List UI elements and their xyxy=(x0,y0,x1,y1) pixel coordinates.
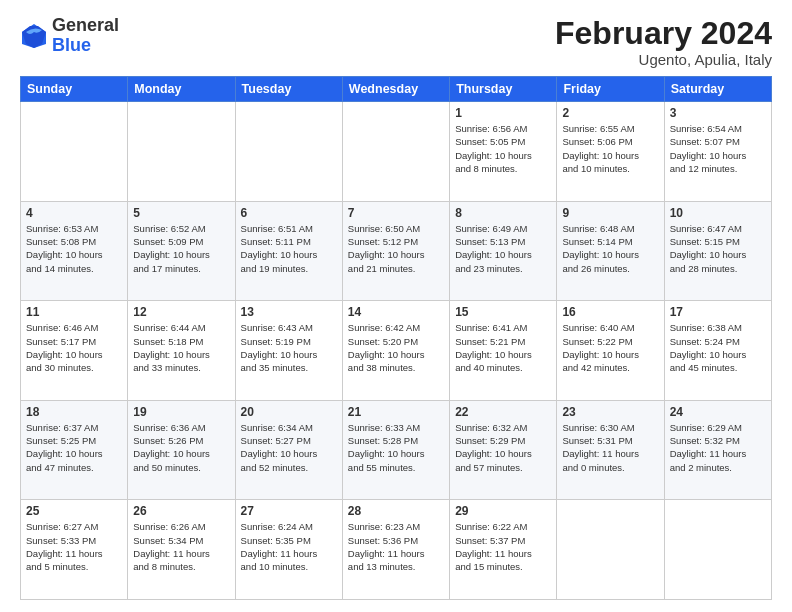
day-number: 5 xyxy=(133,206,229,220)
calendar-cell: 18Sunrise: 6:37 AM Sunset: 5:25 PM Dayli… xyxy=(21,400,128,500)
cell-content: Sunrise: 6:32 AM Sunset: 5:29 PM Dayligh… xyxy=(455,421,551,474)
calendar-week-row: 4Sunrise: 6:53 AM Sunset: 5:08 PM Daylig… xyxy=(21,201,772,301)
calendar-cell: 2Sunrise: 6:55 AM Sunset: 5:06 PM Daylig… xyxy=(557,102,664,202)
calendar-cell: 10Sunrise: 6:47 AM Sunset: 5:15 PM Dayli… xyxy=(664,201,771,301)
calendar-week-row: 11Sunrise: 6:46 AM Sunset: 5:17 PM Dayli… xyxy=(21,301,772,401)
logo-icon xyxy=(20,22,48,50)
day-number: 16 xyxy=(562,305,658,319)
day-number: 4 xyxy=(26,206,122,220)
cell-content: Sunrise: 6:30 AM Sunset: 5:31 PM Dayligh… xyxy=(562,421,658,474)
calendar-cell xyxy=(557,500,664,600)
day-number: 18 xyxy=(26,405,122,419)
day-number: 15 xyxy=(455,305,551,319)
calendar-cell: 27Sunrise: 6:24 AM Sunset: 5:35 PM Dayli… xyxy=(235,500,342,600)
cell-content: Sunrise: 6:43 AM Sunset: 5:19 PM Dayligh… xyxy=(241,321,337,374)
day-number: 9 xyxy=(562,206,658,220)
cell-content: Sunrise: 6:44 AM Sunset: 5:18 PM Dayligh… xyxy=(133,321,229,374)
cell-content: Sunrise: 6:48 AM Sunset: 5:14 PM Dayligh… xyxy=(562,222,658,275)
calendar-cell: 1Sunrise: 6:56 AM Sunset: 5:05 PM Daylig… xyxy=(450,102,557,202)
calendar-cell xyxy=(128,102,235,202)
day-number: 12 xyxy=(133,305,229,319)
calendar-cell: 16Sunrise: 6:40 AM Sunset: 5:22 PM Dayli… xyxy=(557,301,664,401)
calendar-cell: 15Sunrise: 6:41 AM Sunset: 5:21 PM Dayli… xyxy=(450,301,557,401)
cell-content: Sunrise: 6:38 AM Sunset: 5:24 PM Dayligh… xyxy=(670,321,766,374)
logo-text: GeneralBlue xyxy=(52,16,119,56)
cell-content: Sunrise: 6:23 AM Sunset: 5:36 PM Dayligh… xyxy=(348,520,444,573)
day-number: 6 xyxy=(241,206,337,220)
logo-blue: Blue xyxy=(52,35,91,55)
calendar-cell: 14Sunrise: 6:42 AM Sunset: 5:20 PM Dayli… xyxy=(342,301,449,401)
day-number: 25 xyxy=(26,504,122,518)
logo-general: General xyxy=(52,15,119,35)
calendar-header-row: SundayMondayTuesdayWednesdayThursdayFrid… xyxy=(21,77,772,102)
main-title: February 2024 xyxy=(555,16,772,51)
day-number: 24 xyxy=(670,405,766,419)
calendar-cell: 20Sunrise: 6:34 AM Sunset: 5:27 PM Dayli… xyxy=(235,400,342,500)
calendar-cell: 23Sunrise: 6:30 AM Sunset: 5:31 PM Dayli… xyxy=(557,400,664,500)
day-number: 21 xyxy=(348,405,444,419)
cell-content: Sunrise: 6:42 AM Sunset: 5:20 PM Dayligh… xyxy=(348,321,444,374)
calendar-week-row: 25Sunrise: 6:27 AM Sunset: 5:33 PM Dayli… xyxy=(21,500,772,600)
calendar-table: SundayMondayTuesdayWednesdayThursdayFrid… xyxy=(20,76,772,600)
calendar-cell xyxy=(342,102,449,202)
cell-content: Sunrise: 6:46 AM Sunset: 5:17 PM Dayligh… xyxy=(26,321,122,374)
calendar-cell: 11Sunrise: 6:46 AM Sunset: 5:17 PM Dayli… xyxy=(21,301,128,401)
cell-content: Sunrise: 6:36 AM Sunset: 5:26 PM Dayligh… xyxy=(133,421,229,474)
cell-content: Sunrise: 6:54 AM Sunset: 5:07 PM Dayligh… xyxy=(670,122,766,175)
cell-content: Sunrise: 6:47 AM Sunset: 5:15 PM Dayligh… xyxy=(670,222,766,275)
day-number: 3 xyxy=(670,106,766,120)
day-number: 29 xyxy=(455,504,551,518)
calendar-cell: 17Sunrise: 6:38 AM Sunset: 5:24 PM Dayli… xyxy=(664,301,771,401)
cell-content: Sunrise: 6:34 AM Sunset: 5:27 PM Dayligh… xyxy=(241,421,337,474)
day-number: 11 xyxy=(26,305,122,319)
calendar-cell: 22Sunrise: 6:32 AM Sunset: 5:29 PM Dayli… xyxy=(450,400,557,500)
calendar-day-header: Friday xyxy=(557,77,664,102)
cell-content: Sunrise: 6:29 AM Sunset: 5:32 PM Dayligh… xyxy=(670,421,766,474)
calendar-cell: 21Sunrise: 6:33 AM Sunset: 5:28 PM Dayli… xyxy=(342,400,449,500)
cell-content: Sunrise: 6:41 AM Sunset: 5:21 PM Dayligh… xyxy=(455,321,551,374)
calendar-cell: 12Sunrise: 6:44 AM Sunset: 5:18 PM Dayli… xyxy=(128,301,235,401)
day-number: 22 xyxy=(455,405,551,419)
calendar-day-header: Thursday xyxy=(450,77,557,102)
calendar-cell: 25Sunrise: 6:27 AM Sunset: 5:33 PM Dayli… xyxy=(21,500,128,600)
calendar-cell: 4Sunrise: 6:53 AM Sunset: 5:08 PM Daylig… xyxy=(21,201,128,301)
calendar-cell: 28Sunrise: 6:23 AM Sunset: 5:36 PM Dayli… xyxy=(342,500,449,600)
cell-content: Sunrise: 6:49 AM Sunset: 5:13 PM Dayligh… xyxy=(455,222,551,275)
day-number: 26 xyxy=(133,504,229,518)
subtitle: Ugento, Apulia, Italy xyxy=(555,51,772,68)
cell-content: Sunrise: 6:52 AM Sunset: 5:09 PM Dayligh… xyxy=(133,222,229,275)
calendar-cell: 26Sunrise: 6:26 AM Sunset: 5:34 PM Dayli… xyxy=(128,500,235,600)
calendar-cell: 29Sunrise: 6:22 AM Sunset: 5:37 PM Dayli… xyxy=(450,500,557,600)
calendar-cell: 24Sunrise: 6:29 AM Sunset: 5:32 PM Dayli… xyxy=(664,400,771,500)
calendar-day-header: Tuesday xyxy=(235,77,342,102)
cell-content: Sunrise: 6:40 AM Sunset: 5:22 PM Dayligh… xyxy=(562,321,658,374)
day-number: 7 xyxy=(348,206,444,220)
cell-content: Sunrise: 6:53 AM Sunset: 5:08 PM Dayligh… xyxy=(26,222,122,275)
cell-content: Sunrise: 6:50 AM Sunset: 5:12 PM Dayligh… xyxy=(348,222,444,275)
day-number: 20 xyxy=(241,405,337,419)
calendar-cell: 9Sunrise: 6:48 AM Sunset: 5:14 PM Daylig… xyxy=(557,201,664,301)
day-number: 2 xyxy=(562,106,658,120)
calendar-cell: 19Sunrise: 6:36 AM Sunset: 5:26 PM Dayli… xyxy=(128,400,235,500)
calendar-cell: 8Sunrise: 6:49 AM Sunset: 5:13 PM Daylig… xyxy=(450,201,557,301)
calendar-cell xyxy=(664,500,771,600)
day-number: 10 xyxy=(670,206,766,220)
calendar-cell xyxy=(235,102,342,202)
calendar-cell xyxy=(21,102,128,202)
cell-content: Sunrise: 6:27 AM Sunset: 5:33 PM Dayligh… xyxy=(26,520,122,573)
header: GeneralBlue February 2024 Ugento, Apulia… xyxy=(20,16,772,68)
page: GeneralBlue February 2024 Ugento, Apulia… xyxy=(0,0,792,612)
cell-content: Sunrise: 6:24 AM Sunset: 5:35 PM Dayligh… xyxy=(241,520,337,573)
day-number: 17 xyxy=(670,305,766,319)
day-number: 28 xyxy=(348,504,444,518)
cell-content: Sunrise: 6:56 AM Sunset: 5:05 PM Dayligh… xyxy=(455,122,551,175)
day-number: 19 xyxy=(133,405,229,419)
cell-content: Sunrise: 6:22 AM Sunset: 5:37 PM Dayligh… xyxy=(455,520,551,573)
day-number: 1 xyxy=(455,106,551,120)
day-number: 23 xyxy=(562,405,658,419)
calendar-cell: 5Sunrise: 6:52 AM Sunset: 5:09 PM Daylig… xyxy=(128,201,235,301)
logo: GeneralBlue xyxy=(20,16,119,56)
calendar-week-row: 18Sunrise: 6:37 AM Sunset: 5:25 PM Dayli… xyxy=(21,400,772,500)
cell-content: Sunrise: 6:26 AM Sunset: 5:34 PM Dayligh… xyxy=(133,520,229,573)
calendar-day-header: Monday xyxy=(128,77,235,102)
